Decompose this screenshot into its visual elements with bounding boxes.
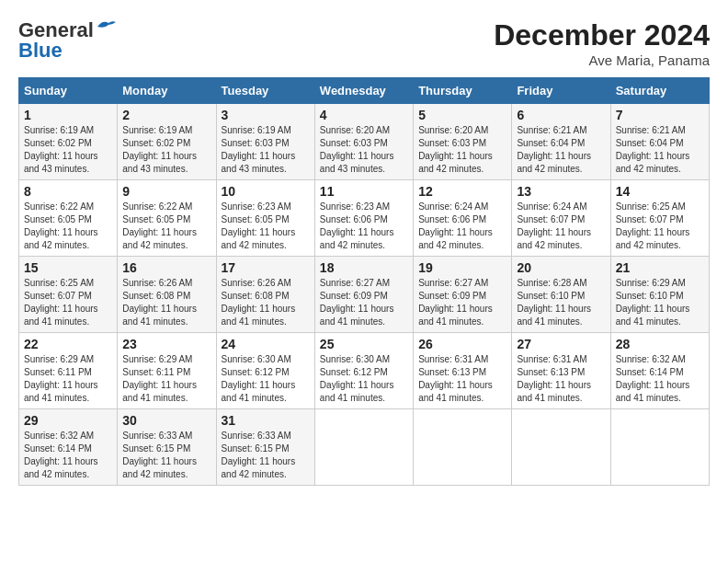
column-header-friday: Friday	[512, 78, 610, 104]
table-row: 21Sunrise: 6:29 AMSunset: 6:10 PMDayligh…	[610, 257, 709, 333]
day-number: 25	[320, 337, 408, 351]
day-info: Sunrise: 6:24 AMSunset: 6:07 PMDaylight:…	[517, 201, 605, 252]
day-number: 13	[517, 184, 605, 199]
logo-blue: Blue	[18, 39, 63, 63]
day-number: 21	[616, 260, 704, 275]
calendar-body: 1Sunrise: 6:19 AMSunset: 6:02 PMDaylight…	[19, 104, 710, 486]
day-number: 20	[517, 260, 605, 275]
day-info: Sunrise: 6:25 AMSunset: 6:07 PMDaylight:…	[24, 277, 112, 328]
day-number: 14	[616, 184, 704, 199]
day-number: 19	[418, 260, 506, 275]
day-number: 16	[122, 260, 210, 275]
logo: General Blue	[18, 18, 116, 63]
day-number: 11	[320, 184, 408, 199]
day-info: Sunrise: 6:23 AMSunset: 6:06 PMDaylight:…	[320, 201, 408, 252]
column-header-wednesday: Wednesday	[314, 78, 413, 104]
day-info: Sunrise: 6:26 AMSunset: 6:08 PMDaylight:…	[122, 277, 210, 328]
table-row: 8Sunrise: 6:22 AMSunset: 6:05 PMDaylight…	[19, 180, 118, 257]
table-row: 1Sunrise: 6:19 AMSunset: 6:02 PMDaylight…	[19, 104, 118, 180]
table-row: 20Sunrise: 6:28 AMSunset: 6:10 PMDayligh…	[512, 257, 610, 333]
table-row: 2Sunrise: 6:19 AMSunset: 6:02 PMDaylight…	[118, 104, 216, 180]
page-header: General Blue December 2024 Ave Maria, Pa…	[18, 18, 710, 68]
column-header-thursday: Thursday	[414, 78, 512, 104]
calendar-row: 29Sunrise: 6:32 AMSunset: 6:14 PMDayligh…	[19, 409, 710, 486]
calendar-row: 22Sunrise: 6:29 AMSunset: 6:11 PMDayligh…	[19, 333, 710, 409]
day-info: Sunrise: 6:29 AMSunset: 6:10 PMDaylight:…	[616, 277, 704, 328]
day-info: Sunrise: 6:25 AMSunset: 6:07 PMDaylight:…	[616, 201, 704, 252]
day-number: 28	[616, 337, 704, 351]
table-row: 10Sunrise: 6:23 AMSunset: 6:05 PMDayligh…	[216, 180, 314, 257]
day-info: Sunrise: 6:20 AMSunset: 6:03 PMDaylight:…	[320, 124, 408, 176]
table-row: 3Sunrise: 6:19 AMSunset: 6:03 PMDaylight…	[216, 104, 314, 180]
table-row: 15Sunrise: 6:25 AMSunset: 6:07 PMDayligh…	[19, 257, 118, 333]
calendar-header-row: SundayMondayTuesdayWednesdayThursdayFrid…	[19, 78, 710, 104]
month-title: December 2024	[494, 18, 710, 52]
day-number: 17	[222, 260, 310, 275]
day-info: Sunrise: 6:30 AMSunset: 6:12 PMDaylight:…	[320, 353, 408, 405]
day-info: Sunrise: 6:26 AMSunset: 6:08 PMDaylight:…	[222, 277, 310, 328]
day-info: Sunrise: 6:32 AMSunset: 6:14 PMDaylight:…	[616, 353, 704, 405]
table-row: 25Sunrise: 6:30 AMSunset: 6:12 PMDayligh…	[314, 333, 413, 409]
day-info: Sunrise: 6:24 AMSunset: 6:06 PMDaylight:…	[418, 201, 506, 252]
day-number: 27	[517, 337, 605, 351]
day-info: Sunrise: 6:31 AMSunset: 6:13 PMDaylight:…	[418, 353, 506, 405]
table-row: 30Sunrise: 6:33 AMSunset: 6:15 PMDayligh…	[118, 409, 216, 486]
day-info: Sunrise: 6:22 AMSunset: 6:05 PMDaylight:…	[122, 201, 210, 252]
day-number: 30	[122, 413, 210, 428]
table-row: 27Sunrise: 6:31 AMSunset: 6:13 PMDayligh…	[512, 333, 610, 409]
calendar-table: SundayMondayTuesdayWednesdayThursdayFrid…	[18, 77, 710, 486]
day-info: Sunrise: 6:28 AMSunset: 6:10 PMDaylight:…	[517, 277, 605, 328]
day-number: 5	[418, 108, 506, 122]
day-number: 9	[122, 184, 210, 199]
location: Ave Maria, Panama	[494, 52, 710, 68]
day-info: Sunrise: 6:21 AMSunset: 6:04 PMDaylight:…	[616, 124, 704, 176]
day-info: Sunrise: 6:33 AMSunset: 6:15 PMDaylight:…	[222, 430, 310, 481]
table-row: 6Sunrise: 6:21 AMSunset: 6:04 PMDaylight…	[512, 104, 610, 180]
table-row	[610, 409, 709, 486]
calendar-row: 15Sunrise: 6:25 AMSunset: 6:07 PMDayligh…	[19, 257, 710, 333]
calendar-row: 8Sunrise: 6:22 AMSunset: 6:05 PMDaylight…	[19, 180, 710, 257]
table-row: 7Sunrise: 6:21 AMSunset: 6:04 PMDaylight…	[610, 104, 709, 180]
day-number: 29	[24, 413, 112, 428]
day-info: Sunrise: 6:29 AMSunset: 6:11 PMDaylight:…	[122, 353, 210, 405]
day-number: 10	[222, 184, 310, 199]
table-row: 5Sunrise: 6:20 AMSunset: 6:03 PMDaylight…	[414, 104, 512, 180]
day-number: 3	[222, 108, 310, 122]
day-number: 12	[418, 184, 506, 199]
day-number: 2	[122, 108, 210, 122]
day-number: 24	[222, 337, 310, 351]
day-number: 6	[517, 108, 605, 122]
day-number: 1	[24, 108, 112, 122]
table-row	[414, 409, 512, 486]
table-row: 11Sunrise: 6:23 AMSunset: 6:06 PMDayligh…	[314, 180, 413, 257]
day-info: Sunrise: 6:30 AMSunset: 6:12 PMDaylight:…	[222, 353, 310, 405]
table-row: 19Sunrise: 6:27 AMSunset: 6:09 PMDayligh…	[414, 257, 512, 333]
day-info: Sunrise: 6:19 AMSunset: 6:02 PMDaylight:…	[24, 124, 112, 176]
table-row: 23Sunrise: 6:29 AMSunset: 6:11 PMDayligh…	[118, 333, 216, 409]
day-info: Sunrise: 6:27 AMSunset: 6:09 PMDaylight:…	[418, 277, 506, 328]
day-number: 26	[418, 337, 506, 351]
table-row: 26Sunrise: 6:31 AMSunset: 6:13 PMDayligh…	[414, 333, 512, 409]
table-row: 22Sunrise: 6:29 AMSunset: 6:11 PMDayligh…	[19, 333, 118, 409]
column-header-sunday: Sunday	[19, 78, 118, 104]
calendar-row: 1Sunrise: 6:19 AMSunset: 6:02 PMDaylight…	[19, 104, 710, 180]
day-info: Sunrise: 6:21 AMSunset: 6:04 PMDaylight:…	[517, 124, 605, 176]
day-number: 7	[616, 108, 704, 122]
table-row: 12Sunrise: 6:24 AMSunset: 6:06 PMDayligh…	[414, 180, 512, 257]
day-info: Sunrise: 6:19 AMSunset: 6:03 PMDaylight:…	[222, 124, 310, 176]
day-number: 23	[122, 337, 210, 351]
day-number: 8	[24, 184, 112, 199]
table-row: 18Sunrise: 6:27 AMSunset: 6:09 PMDayligh…	[314, 257, 413, 333]
day-number: 4	[320, 108, 408, 122]
day-info: Sunrise: 6:32 AMSunset: 6:14 PMDaylight:…	[24, 430, 112, 481]
day-number: 15	[24, 260, 112, 275]
day-info: Sunrise: 6:27 AMSunset: 6:09 PMDaylight:…	[320, 277, 408, 328]
table-row: 31Sunrise: 6:33 AMSunset: 6:15 PMDayligh…	[216, 409, 314, 486]
column-header-tuesday: Tuesday	[216, 78, 314, 104]
logo-bird-icon	[96, 19, 116, 34]
day-number: 22	[24, 337, 112, 351]
day-info: Sunrise: 6:23 AMSunset: 6:05 PMDaylight:…	[222, 201, 310, 252]
day-info: Sunrise: 6:29 AMSunset: 6:11 PMDaylight:…	[24, 353, 112, 405]
table-row: 14Sunrise: 6:25 AMSunset: 6:07 PMDayligh…	[610, 180, 709, 257]
table-row: 13Sunrise: 6:24 AMSunset: 6:07 PMDayligh…	[512, 180, 610, 257]
